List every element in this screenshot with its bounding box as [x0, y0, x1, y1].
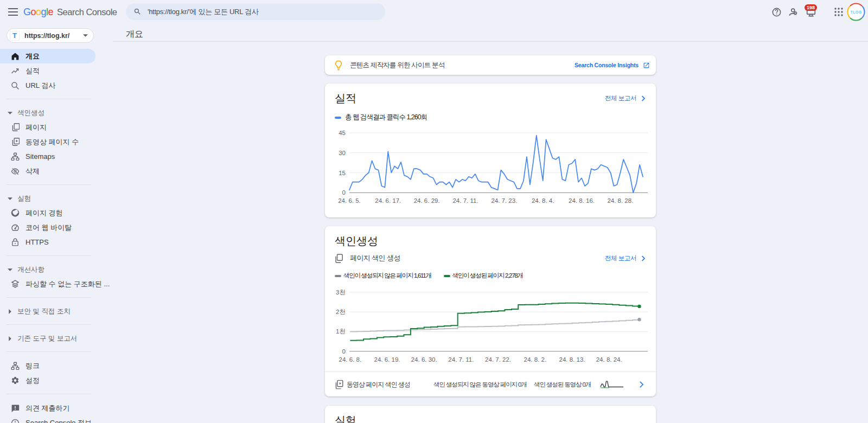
user-settings-button[interactable] — [785, 3, 802, 21]
app-logo[interactable]: Google Search Console — [23, 7, 117, 18]
sidebar-item-video-pages[interactable]: 동영상 페이지 수 — [0, 134, 113, 149]
sidebar-item-label: HTTPS — [25, 238, 49, 246]
sidebar-item-url-inspection[interactable]: URL 검사 — [0, 78, 113, 93]
product-name: Search Console — [57, 7, 117, 17]
help-button[interactable] — [768, 3, 785, 21]
insights-link-label: Search Console Insights — [575, 62, 639, 68]
sidebar-item-page-experience[interactable]: 페이지 경험 — [0, 206, 113, 220]
sidebar-section-header[interactable]: 색인생성 — [0, 106, 113, 120]
sidebar-item-feedback[interactable]: 의견 제출하기 — [0, 401, 113, 415]
svg-text:24. 7. 11.: 24. 7. 11. — [452, 197, 478, 204]
sidebar-item-label: 실적 — [25, 66, 40, 76]
sidebar-item-label: 동영상 페이지 수 — [25, 137, 79, 147]
video-indexing-label: 동영상 페이지 색인 생성 — [347, 380, 410, 389]
sidebar-divider — [7, 184, 91, 185]
chevron-right-icon[interactable] — [636, 380, 646, 389]
search-console-insights-link[interactable]: Search Console Insights — [575, 62, 650, 69]
video-pages-icon — [11, 138, 20, 146]
performance-card-title: 실적 — [335, 92, 356, 105]
sidebar-section-header[interactable]: 실험 — [0, 191, 113, 206]
sidebar-item-info[interactable]: Search Console 정보 — [0, 415, 113, 423]
removals-icon — [11, 167, 20, 176]
svg-text:45: 45 — [339, 130, 346, 136]
sidebar-item-label: 설정 — [25, 376, 40, 386]
indexing-full-report-link[interactable]: 전체 보고서 — [605, 254, 647, 262]
performance-full-report-label: 전체 보고서 — [605, 94, 636, 102]
performance-legend: 총 웹 검색결과 클릭수 1,260회 — [325, 113, 656, 122]
svg-text:24. 7. 22.: 24. 7. 22. — [485, 356, 511, 363]
svg-text:0: 0 — [342, 189, 346, 196]
info-icon — [11, 419, 20, 423]
not-indexed-legend-dash-icon — [335, 275, 341, 277]
sidebar-item-pages[interactable]: 페이지 — [0, 120, 113, 134]
content-column: 콘텐츠 제작자를 위한 사이트 분석 Search Console Insigh… — [325, 55, 656, 423]
performance-card-head: 실적 전체 보고서 — [325, 84, 656, 105]
links-icon — [11, 362, 20, 370]
sidebar-item-sitemaps[interactable]: Sitemaps — [0, 149, 113, 164]
sidebar-item-settings[interactable]: 설정 — [0, 373, 113, 388]
hamburger-menu-button[interactable] — [0, 0, 26, 24]
caret-down-icon — [7, 196, 12, 201]
core-web-vitals-icon — [11, 223, 20, 232]
open-in-new-icon — [643, 62, 650, 69]
google-apps-button[interactable] — [830, 3, 847, 21]
video-pages-icon — [335, 380, 343, 389]
performance-full-report-link[interactable]: 전체 보고서 — [605, 94, 647, 102]
not-indexed-legend-text: 색인이 생성되지 않은 페이지 1,611개 — [343, 272, 431, 280]
svg-text:24. 8. 24.: 24. 8. 24. — [596, 356, 622, 363]
indexing-step-chart[interactable]: 01천2천3천24. 6. 8.24. 6. 19.24. 6. 30.24. … — [325, 287, 656, 369]
sidebar-section-label: 기존 도구 및 보고서 — [17, 334, 77, 343]
sidebar-divider — [7, 394, 91, 394]
experience-card-head: 실험 — [325, 406, 656, 423]
svg-text:3천: 3천 — [336, 289, 346, 296]
account-avatar[interactable]: TLOG — [847, 3, 865, 21]
insights-banner: 콘텐츠 제작자를 위한 사이트 분석 Search Console Insigh… — [325, 55, 656, 75]
url-inspection-icon — [11, 81, 20, 90]
url-inspect-search-bar[interactable]: 'https://tlog.kr/'에 있는 모든 URL 검사 — [126, 3, 385, 20]
sidebar-item-label: 의견 제출하기 — [25, 403, 70, 413]
page-indexing-subhead: 페이지 색인 생성 전체 보고서 — [325, 253, 656, 263]
svg-text:24. 8. 13.: 24. 8. 13. — [559, 356, 585, 363]
notifications-count-badge: 198 — [805, 4, 817, 11]
sidebar-section-label: 실험 — [17, 194, 31, 203]
svg-text:24. 8. 4.: 24. 8. 4. — [532, 197, 554, 204]
https-icon — [11, 238, 20, 247]
notifications-button[interactable]: 198 — [802, 3, 820, 21]
sidebar-item-links[interactable]: 링크 — [0, 358, 113, 373]
performance-icon — [11, 67, 20, 75]
performance-line-chart[interactable]: 015304524. 6. 5.24. 6. 17.24. 6. 29.24. … — [325, 129, 656, 210]
sidebar-divider — [7, 324, 91, 325]
svg-text:24. 6. 17.: 24. 6. 17. — [375, 197, 401, 204]
sidebar-item-label: 링크 — [25, 361, 40, 371]
insights-banner-text: 콘텐츠 제작자를 위한 사이트 분석 — [350, 61, 575, 70]
sitemaps-icon — [11, 152, 20, 161]
sidebar-item-https[interactable]: HTTPS — [0, 235, 113, 249]
sidebar-item-label: 파싱할 수 없는 구조화된 ... — [25, 279, 110, 289]
video-indexing-row[interactable]: 동영상 페이지 색인 생성 색인 생성되지 않은 동영상 페이지 0개 색인 생… — [325, 372, 656, 396]
sidebar-item-label: URL 검사 — [25, 81, 55, 91]
sidebar-divider — [7, 351, 91, 352]
svg-text:30: 30 — [339, 150, 346, 156]
sidebar-item-label: 코어 웹 바이탈 — [25, 223, 72, 233]
page-title-row: 개요 — [113, 24, 868, 42]
sidebar-section-header[interactable]: 보안 및 직접 조치 — [0, 304, 113, 318]
sidebar-item-structured-data[interactable]: 파싱할 수 없는 구조화된 ... — [0, 277, 113, 291]
svg-text:24. 6. 5.: 24. 6. 5. — [338, 197, 361, 204]
sidebar-item-home[interactable]: 개요 — [0, 49, 95, 63]
sidebar-item-removals[interactable]: 삭제 — [0, 164, 113, 178]
apps-grid-icon — [834, 8, 843, 16]
page-experience-icon — [11, 209, 20, 217]
caret-down-icon — [7, 110, 12, 116]
sidebar-item-core-web-vitals[interactable]: 코어 웹 바이탈 — [0, 220, 113, 235]
sidebar-item-label: 삭제 — [25, 166, 40, 176]
page-indexing-label: 페이지 색인 생성 — [350, 253, 400, 263]
lightbulb-icon — [335, 60, 342, 70]
svg-text:24. 6. 29.: 24. 6. 29. — [414, 197, 440, 204]
property-selector[interactable]: T https://tlog.kr/ — [7, 28, 94, 43]
sidebar: T https://tlog.kr/ 개요 실적 URL 검사 색인생성 페이지… — [0, 24, 113, 423]
sidebar-section-header[interactable]: 기존 도구 및 보고서 — [0, 331, 113, 345]
sidebar-section-header[interactable]: 개선사항 — [0, 262, 113, 277]
dropdown-caret-icon — [83, 34, 88, 37]
video-sparkline-chart — [599, 380, 624, 389]
sidebar-item-performance[interactable]: 실적 — [0, 63, 113, 78]
